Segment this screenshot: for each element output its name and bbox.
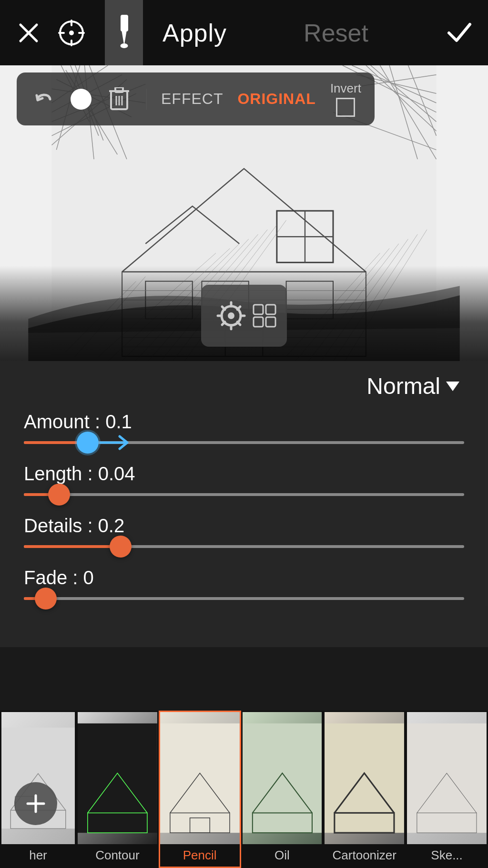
settings-panel-button[interactable]	[201, 285, 287, 347]
divider	[146, 89, 147, 110]
svg-rect-70	[115, 87, 123, 92]
svg-rect-8	[121, 15, 128, 31]
reset-button[interactable]: Reset	[304, 19, 368, 47]
top-bar: Apply Reset	[0, 0, 488, 65]
svg-rect-84	[254, 305, 263, 314]
filter-item-1[interactable]: Contour	[76, 711, 159, 868]
filter-strip: her Contour	[0, 711, 488, 868]
filter-name-5: Ske...	[431, 844, 462, 867]
filter-name-3: Oil	[274, 844, 290, 867]
fade-slider[interactable]	[24, 597, 464, 600]
details-slider[interactable]	[24, 545, 464, 548]
top-bar-left	[14, 19, 86, 47]
blend-mode-value[interactable]: Normal	[366, 373, 440, 399]
details-section: Details : 0.2	[24, 515, 464, 548]
length-label: Length : 0.04	[24, 463, 464, 485]
svg-rect-99	[325, 723, 404, 833]
svg-rect-85	[266, 305, 275, 314]
undo-button[interactable]	[30, 86, 56, 112]
invert-label: Invert	[330, 81, 361, 96]
amount-thumb[interactable]	[77, 432, 132, 454]
blend-mode-dropdown[interactable]	[446, 382, 459, 391]
svg-line-80	[222, 307, 225, 310]
svg-line-82	[237, 307, 240, 310]
canvas-area: EFFECT ORIGINAL Invert	[0, 65, 488, 361]
svg-point-75	[228, 312, 234, 319]
delete-button[interactable]	[106, 86, 132, 112]
filter-item-4[interactable]: Cartoonizer	[323, 711, 406, 868]
fade-thumb[interactable]	[35, 588, 57, 610]
filter-name-1: Contour	[95, 844, 140, 867]
fade-section: Fade : 0	[24, 567, 464, 600]
controls-panel: Normal Amount : 0.1 Length : 0.04	[0, 361, 488, 647]
amount-label: Amount : 0.1	[24, 411, 464, 433]
svg-rect-86	[254, 317, 263, 327]
confirm-button[interactable]	[445, 19, 474, 47]
svg-point-10	[120, 43, 128, 48]
svg-point-7	[69, 31, 74, 35]
add-filter-button[interactable]	[14, 782, 57, 825]
effect-tab[interactable]: EFFECT	[161, 90, 223, 108]
crosshair-button[interactable]	[57, 19, 86, 47]
details-label: Details : 0.2	[24, 515, 464, 537]
invert-toggle[interactable]: Invert	[330, 81, 361, 117]
svg-line-81	[237, 322, 240, 325]
filter-name-2: Pencil	[183, 844, 217, 867]
brush-tool-button[interactable]	[105, 0, 143, 65]
filter-item-3[interactable]: Oil	[241, 711, 324, 868]
filter-name-0: her	[29, 844, 47, 867]
blend-mode-row: Normal	[24, 361, 464, 406]
original-tab[interactable]: ORIGINAL	[237, 90, 315, 108]
filter-thumbnails: her Contour	[0, 711, 488, 868]
filter-thumb-4	[325, 712, 404, 844]
length-section: Length : 0.04	[24, 463, 464, 496]
filter-thumb-2	[160, 712, 240, 844]
amount-section: Amount : 0.1	[24, 411, 464, 444]
length-slider[interactable]	[24, 493, 464, 496]
filter-name-4: Cartoonizer	[333, 844, 396, 867]
svg-rect-87	[266, 317, 275, 327]
apply-button[interactable]: Apply	[163, 19, 227, 47]
svg-rect-101	[407, 723, 487, 833]
amount-slider[interactable]	[24, 441, 464, 444]
fade-label: Fade : 0	[24, 567, 464, 589]
svg-rect-92	[78, 723, 157, 833]
canvas-toolbar: EFFECT ORIGINAL Invert	[17, 72, 375, 125]
filter-thumb-5	[407, 712, 487, 844]
svg-rect-94	[160, 723, 240, 833]
filter-item-5[interactable]: Ske...	[406, 711, 488, 868]
invert-icon	[336, 98, 355, 117]
svg-rect-97	[243, 723, 322, 833]
brush-size-indicator[interactable]	[71, 89, 92, 110]
close-button[interactable]	[14, 19, 43, 47]
filter-thumb-1	[78, 712, 157, 844]
length-thumb[interactable]	[48, 484, 70, 506]
filter-item-2[interactable]: Pencil	[159, 711, 241, 868]
filter-thumb-3	[243, 712, 322, 844]
svg-line-83	[222, 322, 225, 325]
details-thumb[interactable]	[110, 536, 132, 558]
